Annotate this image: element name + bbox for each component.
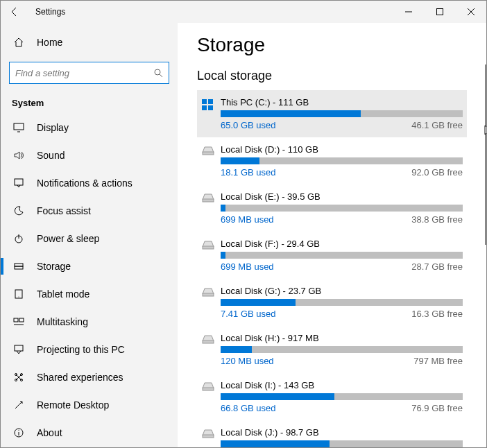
group-heading: System xyxy=(1,89,178,114)
remote-icon xyxy=(12,399,26,411)
disk-free: 16.3 GB free xyxy=(411,309,463,319)
svg-rect-12 xyxy=(15,266,23,269)
nav-notifications[interactable]: Notifications & actions xyxy=(1,169,178,197)
disk-row[interactable]: Local Disk (E:) - 39.5 GB699 MB used38.8… xyxy=(197,184,467,232)
disk-used: 7.41 GB used xyxy=(221,309,276,319)
window-title: Settings xyxy=(35,7,65,17)
svg-point-4 xyxy=(155,69,160,75)
disk-name: Local Disk (D:) - 110 GB xyxy=(221,144,463,155)
svg-rect-8 xyxy=(15,179,23,185)
svg-point-25 xyxy=(19,430,19,431)
moon-icon xyxy=(12,205,26,216)
nav-about[interactable]: About xyxy=(1,419,178,447)
windows-drive-icon xyxy=(201,97,221,130)
section-heading: Local storage xyxy=(197,69,467,83)
search-input[interactable] xyxy=(15,68,153,78)
multitasking-icon xyxy=(12,316,26,327)
disk-free: 797 MB free xyxy=(413,356,463,366)
close-button[interactable] xyxy=(455,1,486,23)
nav-power-sleep[interactable]: Power & sleep xyxy=(1,225,178,252)
nav-multitasking[interactable]: Multitasking xyxy=(1,308,178,336)
nav-label: Power & sleep xyxy=(37,233,99,244)
usage-bar xyxy=(221,346,463,353)
nav-display[interactable]: Display xyxy=(1,114,178,141)
disk-row[interactable]: Local Disk (G:) - 23.7 GB7.41 GB used16.… xyxy=(197,279,467,326)
sidebar: Home System Display Sound Notifications … xyxy=(1,23,178,447)
display-icon xyxy=(12,122,26,133)
disk-used: 65.0 GB used xyxy=(221,120,276,130)
nav-label: Display xyxy=(37,122,69,133)
usage-bar xyxy=(221,393,463,400)
nav-label: Multitasking xyxy=(37,316,88,327)
disk-used: 66.8 GB used xyxy=(221,403,276,413)
usage-bar xyxy=(221,299,463,306)
sound-icon xyxy=(12,150,26,161)
disk-name: Local Disk (E:) - 39.5 GB xyxy=(221,191,463,202)
disk-row[interactable]: Local Disk (J:) - 98.7 GB44.7 GB used53.… xyxy=(197,420,467,447)
nav-label: Tablet mode xyxy=(37,288,89,300)
nav-projecting[interactable]: Projecting to this PC xyxy=(1,336,178,363)
nav-label: Sound xyxy=(37,150,65,161)
drive-icon xyxy=(201,380,221,413)
svg-point-14 xyxy=(19,297,19,298)
disk-free: 28.7 GB free xyxy=(411,261,463,272)
tablet-icon xyxy=(12,288,26,300)
disk-free: 46.1 GB free xyxy=(411,120,463,130)
svg-rect-15 xyxy=(14,318,18,322)
nav-tablet-mode[interactable]: Tablet mode xyxy=(1,280,178,308)
disk-row[interactable]: Local Disk (D:) - 110 GB18.1 GB used92.0… xyxy=(197,137,467,184)
nav-label: Shared experiences xyxy=(37,372,123,383)
drive-icon xyxy=(201,333,221,366)
usage-bar xyxy=(221,157,463,164)
nav-sound[interactable]: Sound xyxy=(1,141,178,169)
power-icon xyxy=(12,233,26,244)
disk-used: 120 MB used xyxy=(221,356,274,366)
nav-storage[interactable]: Storage xyxy=(1,252,178,280)
svg-rect-18 xyxy=(15,345,23,351)
svg-rect-28 xyxy=(202,105,207,110)
disk-name: This PC (C:) - 111 GB xyxy=(221,97,463,107)
scrollbar[interactable] xyxy=(485,64,486,245)
usage-bar xyxy=(221,205,463,212)
nav-shared-experiences[interactable]: Shared experiences xyxy=(1,363,178,391)
drive-icon xyxy=(201,427,221,447)
main-panel: Storage Local storage This PC (C:) - 111… xyxy=(178,23,486,447)
drive-icon xyxy=(201,286,221,319)
disk-free: 92.0 GB free xyxy=(411,167,463,178)
home-button[interactable]: Home xyxy=(1,28,178,56)
home-label: Home xyxy=(37,37,62,48)
back-button[interactable] xyxy=(1,1,28,23)
disk-name: Local Disk (I:) - 143 GB xyxy=(221,380,463,390)
search-icon xyxy=(153,68,163,78)
nav-focus-assist[interactable]: Focus assist xyxy=(1,197,178,225)
info-icon xyxy=(12,427,26,438)
minimize-button[interactable] xyxy=(393,1,424,23)
disk-name: Local Disk (G:) - 23.7 GB xyxy=(221,286,463,296)
share-icon xyxy=(12,372,26,383)
projecting-icon xyxy=(12,344,26,355)
drive-icon xyxy=(201,191,221,225)
svg-rect-30 xyxy=(203,152,214,155)
nav-label: Storage xyxy=(37,261,71,272)
usage-bar xyxy=(221,440,463,447)
disk-row[interactable]: Local Disk (H:) - 917 MB120 MB used797 M… xyxy=(197,326,467,373)
search-box[interactable] xyxy=(9,62,169,84)
svg-rect-32 xyxy=(203,246,214,249)
disk-row[interactable]: Local Disk (F:) - 29.4 GB699 MB used28.7… xyxy=(197,232,467,279)
disk-free: 76.9 GB free xyxy=(411,403,463,413)
disk-name: Local Disk (H:) - 917 MB xyxy=(221,333,463,343)
disk-name: Local Disk (F:) - 29.4 GB xyxy=(221,239,463,249)
disk-row[interactable]: This PC (C:) - 111 GB65.0 GB used46.1 GB… xyxy=(197,90,467,137)
svg-rect-31 xyxy=(203,199,214,202)
disk-row[interactable]: Local Disk (I:) - 143 GB66.8 GB used76.9… xyxy=(197,373,467,420)
disk-used: 18.1 GB used xyxy=(221,167,276,178)
nav-label: Focus assist xyxy=(37,205,91,216)
svg-rect-16 xyxy=(19,318,24,322)
nav-remote-desktop[interactable]: Remote Desktop xyxy=(1,391,178,419)
nav-label: About xyxy=(37,427,62,438)
svg-rect-29 xyxy=(208,105,213,110)
maximize-button[interactable] xyxy=(424,1,455,23)
svg-line-5 xyxy=(160,74,162,77)
disk-free: 38.8 GB free xyxy=(411,214,463,225)
svg-rect-33 xyxy=(203,293,214,296)
